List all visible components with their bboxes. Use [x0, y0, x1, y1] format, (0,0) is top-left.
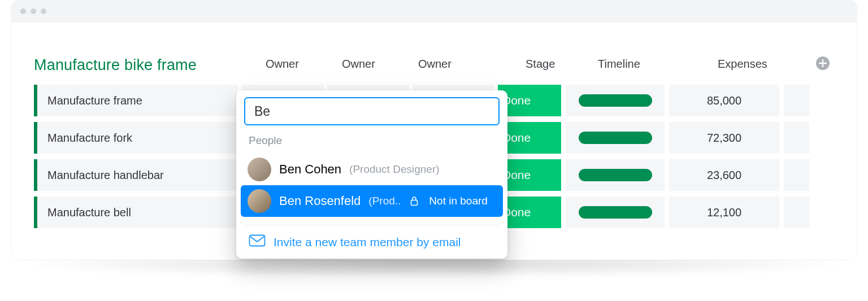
- window-titlebar: [11, 0, 857, 23]
- timeline-pill: [579, 132, 652, 144]
- expense-value: 72,300: [707, 132, 741, 145]
- plus-icon: [816, 56, 830, 70]
- task-cell[interactable]: Manufacture bell: [34, 197, 237, 228]
- row-end-cell: [784, 159, 809, 191]
- expense-cell[interactable]: 85,000: [669, 85, 779, 116]
- column-header-owner[interactable]: Owner: [418, 58, 452, 71]
- svg-rect-1: [250, 235, 265, 246]
- timeline-pill: [579, 169, 652, 181]
- people-search-box[interactable]: [244, 97, 500, 125]
- column-header-stage[interactable]: Stage: [526, 58, 555, 71]
- window-dot: [20, 8, 26, 14]
- mail-icon: [249, 234, 266, 250]
- expense-value: 12,100: [707, 206, 741, 219]
- row-end-cell: [784, 85, 809, 116]
- task-name: Manufacture fork: [47, 132, 132, 145]
- group-title[interactable]: Manufacture bike frame: [34, 56, 197, 74]
- people-picker-popover: People Ben Cohen (Product Designer) Ben …: [236, 90, 507, 259]
- expense-value: 85,000: [707, 94, 741, 107]
- divider: [244, 225, 500, 225]
- invite-label: Invite a new team member by email: [274, 235, 461, 249]
- person-role: (Prod..: [368, 195, 401, 207]
- timeline-pill: [579, 206, 652, 219]
- task-name: Manufacture frame: [47, 94, 142, 107]
- svg-rect-0: [411, 200, 418, 206]
- task-cell[interactable]: Manufacture frame: [34, 85, 237, 116]
- lock-icon: [410, 196, 419, 206]
- row-end-cell: [784, 197, 809, 228]
- people-section-label: People: [241, 132, 503, 154]
- task-cell[interactable]: Manufacture handlebar: [34, 159, 237, 191]
- person-name: Ben Cohen: [279, 162, 341, 177]
- add-column-button[interactable]: [816, 56, 831, 71]
- timeline-cell[interactable]: [566, 85, 665, 116]
- row-end-cell: [784, 122, 809, 154]
- not-in-board-badge: Not in board: [429, 195, 488, 207]
- avatar: [248, 189, 271, 213]
- people-result[interactable]: Ben Cohen (Product Designer): [241, 154, 503, 185]
- column-header-timeline[interactable]: Timeline: [598, 58, 640, 71]
- timeline-pill: [579, 94, 652, 107]
- task-name: Manufacture bell: [47, 206, 131, 219]
- task-name: Manufacture handlebar: [47, 169, 164, 182]
- window-dot: [41, 8, 46, 14]
- person-name: Ben Rosenfeld: [279, 194, 361, 208]
- people-search-input[interactable]: [254, 104, 489, 119]
- person-role: (Product Designer): [349, 163, 439, 176]
- expense-value: 23,600: [707, 169, 741, 182]
- invite-by-email[interactable]: Invite a new team member by email: [241, 232, 503, 251]
- timeline-cell[interactable]: [566, 197, 665, 228]
- timeline-cell[interactable]: [566, 159, 665, 191]
- expense-cell[interactable]: 12,100: [669, 197, 779, 228]
- timeline-cell[interactable]: [566, 122, 665, 154]
- column-header-owner[interactable]: Owner: [342, 58, 375, 71]
- expense-cell[interactable]: 72,300: [669, 122, 779, 154]
- window-dot: [31, 8, 36, 14]
- people-result-selected[interactable]: Ben Rosenfeld (Prod.. Not in board: [241, 185, 503, 217]
- avatar: [248, 158, 271, 181]
- column-header-expenses[interactable]: Expenses: [718, 58, 767, 71]
- task-cell[interactable]: Manufacture fork: [34, 122, 237, 154]
- expense-cell[interactable]: 23,600: [669, 159, 779, 191]
- column-header-owner[interactable]: Owner: [266, 58, 299, 71]
